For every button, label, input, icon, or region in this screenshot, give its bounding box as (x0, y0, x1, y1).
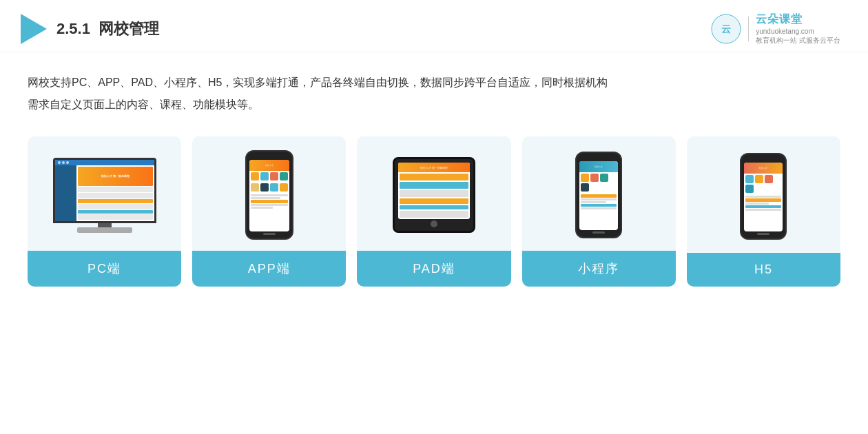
phone-home-button-h5 (757, 233, 769, 235)
brand-name: 云朵课堂 (756, 12, 803, 27)
card-h5-label: H5 (687, 253, 840, 287)
card-mini-image: 轻松人才 (522, 136, 676, 251)
phone-screen: 轻松人才 (249, 160, 289, 231)
phone-notch-h5 (757, 158, 769, 161)
tablet-screen: 轻松人才 第一堂AI课程 (398, 163, 470, 219)
card-pad-label: PAD端 (357, 251, 510, 287)
card-pc-label: PC端 (28, 251, 181, 287)
phone-screen-mini: 轻松人才 (579, 161, 618, 230)
card-h5: 轻松人才 (687, 136, 840, 287)
logo-triangle-icon (21, 14, 47, 44)
phone-device-mockup-h5: 轻松人才 (740, 153, 787, 240)
card-mini-label: 小程序 (522, 251, 676, 287)
card-app: 轻松人才 (192, 136, 346, 287)
card-pc: 轻松人才 第一堂AI课程 (28, 136, 181, 287)
phone-device-mockup-app: 轻松人才 (245, 150, 293, 240)
cloud-logo-icon: 云 (711, 14, 741, 44)
pc-device-mockup: 轻松人才 第一堂AI课程 (53, 158, 156, 233)
description-line2: 需求自定义页面上的内容、课程、功能模块等。 (28, 94, 840, 116)
header: 2.5.1 网校管理 云 云朵课堂 yunduoketang.com (0, 0, 868, 52)
tablet-home-button (431, 220, 437, 227)
card-pc-image: 轻松人才 第一堂AI课程 (28, 136, 181, 251)
page-title: 2.5.1 网校管理 (56, 19, 159, 39)
pc-base (77, 227, 132, 233)
phone-home-button-mini (592, 231, 605, 234)
pc-screen: 轻松人才 第一堂AI课程 (53, 158, 156, 223)
card-pad-image: 轻松人才 第一堂AI课程 (357, 136, 510, 251)
phone-screen-h5: 轻松人才 (744, 163, 783, 231)
title-text: 网校管理 (99, 20, 159, 37)
brand-slogan: 教育机构一站 式服务云平台 (756, 36, 840, 45)
section-number: 2.5.1 (56, 20, 90, 37)
card-pad: 轻松人才 第一堂AI课程 PAD端 (357, 136, 510, 287)
card-app-image: 轻松人才 (192, 136, 346, 251)
header-right: 云 云朵课堂 yunduoketang.com 教育机构一站 式服务云平台 (711, 12, 840, 45)
card-h5-image: 轻松人才 (687, 136, 840, 253)
brand-divider (748, 17, 749, 41)
pc-neck (98, 223, 112, 227)
tablet-device-mockup: 轻松人才 第一堂AI课程 (393, 157, 475, 233)
card-app-label: APP端 (192, 251, 346, 287)
description-block: 网校支持PC、APP、PAD、小程序、H5，实现多端打通，产品各终端自由切换，数… (0, 52, 868, 116)
cards-section: 轻松人才 第一堂AI课程 (0, 116, 868, 307)
phone-device-mockup-mini: 轻松人才 (575, 152, 622, 238)
svg-text:云: 云 (721, 23, 731, 34)
header-left: 2.5.1 网校管理 (21, 14, 159, 44)
phone-home-button (263, 233, 276, 235)
brand-logo: 云 云朵课堂 yunduoketang.com 教育机构一站 式服务云平台 (711, 12, 840, 45)
card-mini: 轻松人才 (522, 136, 676, 287)
phone-notch (263, 155, 276, 158)
phone-notch-mini (592, 156, 605, 160)
brand-url: yunduoketang.com (756, 27, 814, 36)
page: 2.5.1 网校管理 云 云朵课堂 yunduoketang.com (0, 0, 868, 434)
brand-text: 云朵课堂 yunduoketang.com 教育机构一站 式服务云平台 (756, 12, 840, 45)
description-line1: 网校支持PC、APP、PAD、小程序、H5，实现多端打通，产品各终端自由切换，数… (28, 72, 840, 94)
